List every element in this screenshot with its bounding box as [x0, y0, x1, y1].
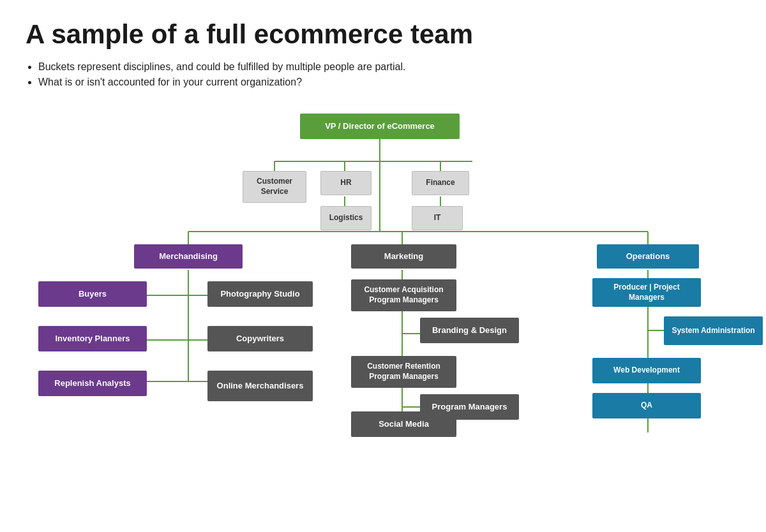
operations-node: Operations	[597, 244, 699, 269]
bullet-1: Buckets represent disciplines, and could…	[38, 61, 740, 73]
org-chart: VP / Director of eCommerce Customer Serv…	[26, 107, 740, 503]
buyers-node: Buyers	[38, 281, 147, 307]
photography-studio-node: Photography Studio	[207, 281, 313, 307]
web-dev-node: Web Development	[592, 358, 701, 383]
inventory-planners-node: Inventory Planners	[38, 326, 147, 351]
marketing-node: Marketing	[351, 244, 456, 269]
copywriters-node: Copywriters	[207, 326, 313, 351]
branding-design-node: Branding & Design	[420, 318, 519, 343]
qa-node: QA	[592, 393, 701, 418]
finance-node: Finance	[412, 171, 469, 195]
producer-pm-node: Producer | Project Managers	[592, 278, 701, 307]
merchandising-node: Merchandising	[134, 244, 243, 269]
customer-service-node: Customer Service	[243, 171, 306, 203]
online-merchandisers-node: Online Merchandisers	[207, 371, 313, 401]
hr-node: HR	[320, 171, 372, 195]
it-node: IT	[412, 206, 463, 230]
bullet-list: Buckets represent disciplines, and could…	[38, 61, 740, 88]
system-admin-node: System Administration	[664, 316, 763, 345]
cust-acq-node: Customer Acquisition Program Managers	[351, 279, 456, 311]
vp-node: VP / Director of eCommerce	[300, 114, 460, 139]
replenish-analysts-node: Replenish Analysts	[38, 371, 147, 396]
social-media-node: Social Media	[351, 411, 456, 437]
cust-ret-node: Customer Retention Program Managers	[351, 356, 456, 388]
page-title: A sample of a full ecommerce team	[26, 19, 740, 50]
logistics-node: Logistics	[320, 206, 372, 230]
bullet-2: What is or isn't accounted for in your c…	[38, 77, 740, 88]
